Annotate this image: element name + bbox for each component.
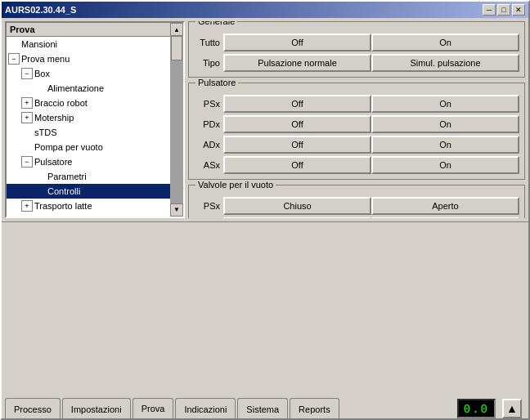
pulsatore-btn2-3[interactable]: On — [371, 156, 519, 174]
tree-label-motership: Motership — [34, 113, 74, 123]
valvole-title: Valvole per il vuoto — [195, 180, 276, 190]
generale-btn2-0[interactable]: On — [371, 34, 519, 51]
scroll-thumb[interactable] — [171, 36, 182, 60]
tab-reports[interactable]: Reports — [290, 398, 339, 418]
generale-btngroup-0: OffOn — [223, 34, 519, 51]
valvole-group: Valvole per il vuoto PSxChiusoApertoPDxC… — [188, 185, 525, 218]
title-bar: AURS02.30.44_S ─ □ ✕ — [2, 2, 528, 18]
tree-item-stds[interactable]: sTDS — [7, 125, 183, 140]
pulsatore-row-3: ASxOffOn — [194, 156, 519, 174]
generale-group: Generale TuttoOffOnTipoPulsazione normal… — [188, 21, 525, 78]
tree-item-controlli[interactable]: Controlli — [7, 184, 183, 199]
tree-item-box[interactable]: −Box — [7, 66, 183, 81]
generale-row-0: TuttoOffOn — [194, 34, 519, 51]
tree-label-pompa: Pompa per vuoto — [34, 142, 103, 152]
window-title: AURS02.30.44_S — [5, 5, 76, 15]
generale-btn1-1[interactable]: Pulsazione normale — [223, 54, 371, 72]
tree-panel: ProvaMansioni−Prova menu−BoxAlimentazion… — [5, 21, 185, 218]
tree-container: ProvaMansioni−Prova menu−BoxAlimentazion… — [7, 23, 183, 217]
generale-row-1: TipoPulsazione normaleSimul. pulsazione — [194, 54, 519, 72]
tree-label-alimentazione: Alimentazione — [47, 83, 104, 93]
tree-expander-plus[interactable]: + — [21, 112, 33, 123]
pulsatore-rows: PSxOffOnPDxOffOnADxOffOnASxOffOn — [194, 95, 519, 174]
digit-display: 0.0 — [457, 399, 496, 418]
tree-label-box: Box — [34, 69, 50, 78]
tree-item-lattometro[interactable]: Lattometro — [7, 213, 183, 218]
tab-sistema[interactable]: Sistema — [237, 398, 288, 418]
tree-leaf-spacer — [8, 38, 20, 50]
scroll-track[interactable] — [170, 36, 183, 203]
pulsatore-btngroup-0: OffOn — [223, 95, 519, 113]
generale-btn1-0[interactable]: Off — [223, 34, 371, 51]
generale-title: Generale — [195, 21, 237, 26]
tree-item-parametri[interactable]: Parametri — [7, 169, 183, 184]
tree-expander-minus[interactable]: − — [8, 53, 20, 65]
pulsatore-btn1-3[interactable]: Off — [223, 156, 371, 174]
tree-expander-minus[interactable]: − — [21, 156, 33, 168]
window-body: ProvaMansioni−Prova menu−BoxAlimentazion… — [2, 18, 528, 418]
tree-label-prova-menu: Prova menu — [21, 54, 70, 64]
tab-indicazioni[interactable]: Indicazioni — [175, 398, 236, 418]
pulsatore-btn1-1[interactable]: Off — [223, 115, 371, 133]
pulsatore-row-2: ADxOffOn — [194, 136, 519, 154]
pulsatore-btngroup-2: OffOn — [223, 136, 519, 154]
valvole-btngroup-0: ChiusoAperto — [223, 197, 519, 215]
tree-label-trasporto: Trasporto latte — [34, 201, 92, 211]
valvole-btn1-0[interactable]: Chiuso — [223, 197, 371, 215]
pulsatore-btn2-1[interactable]: On — [371, 115, 519, 133]
tree-leaf-spacer — [21, 127, 33, 138]
generale-btn2-1[interactable]: Simul. pulsazione — [371, 54, 519, 72]
tree-label-stds: sTDS — [34, 127, 57, 137]
pulsatore-btn1-2[interactable]: Off — [223, 136, 371, 154]
close-button[interactable]: ✕ — [512, 4, 525, 16]
scroll-down-button[interactable]: ▼ — [170, 203, 183, 217]
pulsatore-label-2: ADx — [194, 140, 223, 150]
tree-leaf-spacer — [34, 185, 46, 197]
right-panel: Generale TuttoOffOnTipoPulsazione normal… — [188, 21, 525, 218]
valvole-btn2-0[interactable]: Aperto — [371, 197, 519, 215]
tree-header: Prova — [7, 23, 183, 37]
scroll-up-button[interactable]: ▲ — [170, 23, 183, 36]
valvole-btngroup-1: ChiusoAperto — [223, 217, 519, 218]
valvole-btn2-1[interactable]: Aperto — [371, 217, 519, 218]
pulsatore-btn1-0[interactable]: Off — [223, 95, 371, 113]
tree-label-parametri: Parametri — [47, 172, 87, 181]
scroll-right-button[interactable]: ► — [170, 217, 183, 218]
tabs-container: ProcessoImpostazioniProvaIndicazioniSist… — [5, 397, 341, 418]
pulsatore-row-0: PSxOffOn — [194, 95, 519, 113]
valvole-row-0: PSxChiusoAperto — [194, 197, 519, 215]
pulsatore-label-3: ASx — [194, 160, 223, 170]
tree-label-mansioni: Mansioni — [21, 39, 57, 49]
arrow-up-button[interactable]: ▲ — [502, 399, 522, 418]
scroll-left-button[interactable]: ◄ — [7, 217, 20, 218]
scroll-h-track[interactable] — [20, 217, 170, 218]
valvole-btn1-1[interactable]: Chiuso — [223, 217, 371, 218]
tab-processo[interactable]: Processo — [5, 398, 61, 418]
tab-prova[interactable]: Prova — [132, 398, 174, 418]
tree-expander-plus[interactable]: + — [21, 97, 33, 109]
tree-item-prova-menu[interactable]: −Prova menu — [7, 51, 183, 66]
pulsatore-btn2-2[interactable]: On — [371, 136, 519, 154]
tree-item-braccio-robot[interactable]: +Braccio robot — [7, 96, 183, 110]
minimize-button[interactable]: ─ — [483, 4, 496, 16]
tab-right: 0.0 ▲ — [457, 399, 528, 418]
valvole-row-1: PDxChiusoAperto — [194, 217, 519, 218]
tree-item-motership[interactable]: +Motership — [7, 110, 183, 125]
tab-impostazioni[interactable]: Impostazioni — [62, 398, 131, 418]
tree-label-pulsatore: Pulsatore — [34, 157, 72, 167]
tree-item-mansioni[interactable]: Mansioni — [7, 37, 183, 51]
horizontal-scrollbar[interactable]: ◄ ► — [7, 217, 183, 218]
tree-expander-minus[interactable]: − — [21, 68, 33, 79]
tree-leaf-spacer — [21, 215, 33, 218]
pulsatore-btngroup-1: OffOn — [223, 115, 519, 133]
pulsatore-btn2-0[interactable]: On — [371, 95, 519, 113]
tree-item-trasporto[interactable]: +Trasporto latte — [7, 199, 183, 213]
tree-item-alimentazione[interactable]: Alimentazione — [7, 81, 183, 96]
tree-expander-plus[interactable]: + — [21, 200, 33, 212]
vertical-scrollbar[interactable]: ▲ ▼ — [170, 23, 183, 217]
tree-item-pompa[interactable]: Pompa per vuoto — [7, 140, 183, 154]
tree-item-pulsatore[interactable]: −Pulsatore — [7, 154, 183, 169]
tree-leaf-spacer — [21, 141, 33, 153]
maximize-button[interactable]: □ — [497, 4, 510, 16]
generale-label-1: Tipo — [194, 58, 223, 68]
